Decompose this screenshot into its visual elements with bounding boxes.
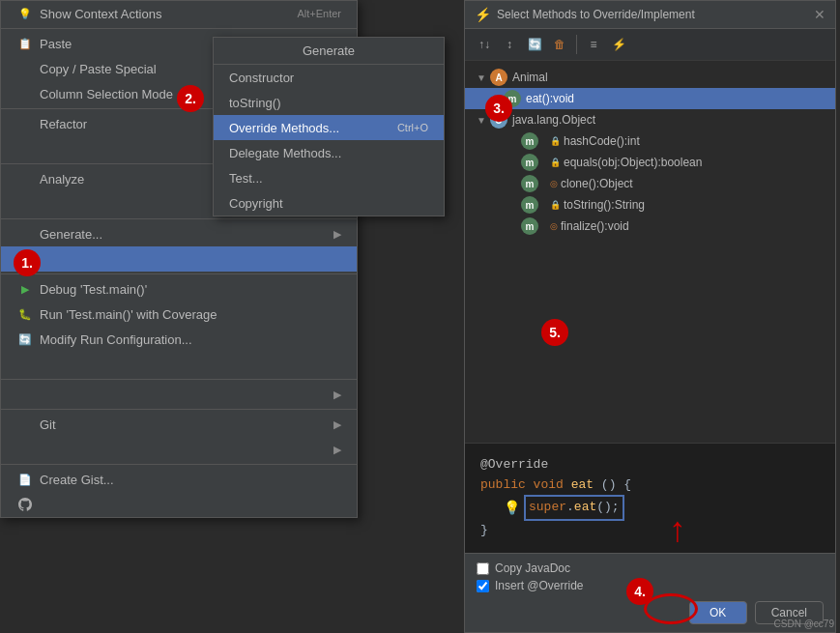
- dialog-toolbar: ↑↓ ↕ 🔄 🗑 ≡ ⚡: [465, 29, 835, 61]
- method-icon: m: [521, 217, 538, 235]
- tree-node-clone[interactable]: m ◎ clone():Object: [465, 173, 835, 194]
- menu-item-show-context-actions[interactable]: 💡 Show Context Actions Alt+Enter: [1, 1, 357, 26]
- menu-item-go-to[interactable]: Generate... ▶: [1, 221, 357, 246]
- dialog-title-text: Select Methods to Override/Implement: [497, 8, 695, 21]
- expand-button[interactable]: ⚡: [607, 33, 630, 56]
- code-preview: @Override public void eat () { 💡 super.e…: [465, 443, 835, 553]
- tree-node-equals-label: equals(obj:Object):boolean: [564, 156, 702, 169]
- insert-override-label: Insert @Override: [495, 579, 584, 592]
- menu-item-open-in[interactable]: ▶: [1, 382, 357, 407]
- annotation-label-1: 1.: [14, 249, 41, 276]
- submenu-generate: Generate Constructor toString() Override…: [213, 37, 445, 216]
- ok-button[interactable]: OK: [689, 601, 747, 624]
- lock-badge: 🔒: [547, 199, 564, 211]
- code-method-eat: eat: [571, 477, 594, 492]
- tree-node-equals[interactable]: m 🔒 equals(obj:Object):boolean: [465, 152, 835, 173]
- copy-javadoc-checkbox[interactable]: Copy JavaDoc: [477, 561, 824, 575]
- menu-item-run-coverage[interactable]: 🔄 Modify Run Configuration...: [1, 327, 357, 352]
- code-keyword-void: void: [534, 477, 571, 492]
- tree-node-tostring-label: toString():String: [564, 198, 645, 212]
- compare-icon: 📄: [16, 474, 34, 486]
- copy-javadoc-input[interactable]: [477, 562, 489, 575]
- code-line-annotation: @Override: [480, 455, 820, 475]
- override-implement-dialog: ⚡ Select Methods to Override/Implement ✕…: [464, 0, 836, 633]
- separator: [1, 28, 357, 29]
- debug-icon: 🐛: [16, 308, 34, 321]
- method-icon: m: [521, 196, 538, 214]
- tree-node-eat[interactable]: m eat():void: [465, 88, 835, 109]
- dialog-titlebar: ⚡ Select Methods to Override/Implement ✕: [465, 1, 835, 29]
- submenu-title: Generate: [214, 38, 444, 65]
- menu-item-run-test[interactable]: ▶ Debug 'Test.main()': [1, 276, 357, 302]
- tree-node-hashcode[interactable]: m 🔒 hashCode():int: [465, 130, 835, 152]
- paste-icon: 📋: [16, 38, 34, 50]
- separator: [1, 218, 357, 219]
- coverage-icon: 🔄: [16, 333, 34, 346]
- circle-badge: ◎: [547, 220, 561, 232]
- separator: [1, 273, 357, 274]
- menu-button[interactable]: ≡: [582, 33, 605, 56]
- refresh-button[interactable]: 🔄: [523, 33, 546, 56]
- code-super-call: super.eat();: [524, 495, 624, 521]
- dialog-title-icon: ⚡: [475, 7, 491, 22]
- code-brace-close: }: [480, 523, 488, 537]
- method-icon: m: [521, 132, 538, 150]
- bulb-icon: 💡: [504, 498, 520, 519]
- code-line-close: }: [480, 521, 820, 541]
- gist-icon: [16, 498, 34, 511]
- tree-node-eat-label: eat():void: [526, 92, 574, 105]
- tree-node-finalize-label: finalize():void: [561, 219, 629, 233]
- separator: [1, 464, 357, 465]
- annotation-label-4: 4.: [626, 578, 653, 605]
- lock-badge: 🔒: [547, 157, 564, 168]
- submenu-item-copyright[interactable]: Copyright: [214, 190, 444, 216]
- annotation-label-2: 2.: [177, 85, 204, 112]
- menu-item-modify-run[interactable]: [1, 352, 357, 377]
- expand-arrow: ▼: [477, 72, 490, 83]
- annotation-label-5: 5.: [541, 319, 568, 346]
- menu-item-debug-test[interactable]: 🐛 Run 'Test.main()' with Coverage: [1, 302, 357, 327]
- menu-item-local-history[interactable]: Git ▶: [1, 412, 357, 437]
- sort-desc-button[interactable]: ↕: [498, 33, 521, 56]
- tree-node-hashcode-label: hashCode():int: [564, 134, 640, 148]
- submenu-item-override-methods[interactable]: Override Methods... Ctrl+O: [214, 115, 444, 140]
- tree-node-animal[interactable]: ▼ A Animal: [465, 67, 835, 88]
- submenu-item-constructor[interactable]: Constructor: [214, 65, 444, 90]
- separator: [1, 379, 357, 380]
- submenu-item-test[interactable]: Test...: [214, 165, 444, 190]
- code-line-method: public void eat () {: [480, 475, 820, 496]
- insert-override-input[interactable]: [477, 580, 489, 592]
- delete-button[interactable]: 🗑: [548, 33, 571, 56]
- code-line-super: 💡 super.eat();: [480, 495, 820, 521]
- separator: [1, 409, 357, 410]
- copy-javadoc-label: Copy JavaDoc: [495, 561, 570, 575]
- footer-buttons: OK Cancel: [477, 601, 824, 624]
- tree-node-tostring[interactable]: m 🔒 toString():String: [465, 194, 835, 216]
- dialog-title-container: ⚡ Select Methods to Override/Implement: [475, 7, 695, 22]
- menu-item-generate[interactable]: [1, 246, 357, 272]
- sort-asc-button[interactable]: ↑↓: [473, 33, 496, 56]
- method-tree: ▼ A Animal m eat():void ▼ O java.lang.Ob…: [465, 61, 835, 443]
- submenu-item-tostring[interactable]: toString(): [214, 90, 444, 115]
- code-paren: () {: [601, 477, 631, 492]
- method-icon: m: [521, 154, 538, 171]
- watermark: CSDN @cc79: [774, 619, 834, 629]
- class-icon: A: [490, 69, 507, 86]
- tree-node-object[interactable]: ▼ O java.lang.Object: [465, 109, 835, 130]
- code-annotation-text: @Override: [480, 457, 548, 472]
- tree-node-finalize[interactable]: m ◎ finalize():void: [465, 216, 835, 237]
- tree-node-animal-label: Animal: [512, 71, 548, 84]
- dialog-close-button[interactable]: ✕: [814, 7, 826, 22]
- tree-node-clone-label: clone():Object: [561, 177, 633, 190]
- tree-node-object-label: java.lang.Object: [512, 113, 595, 127]
- menu-item-compare-clipboard[interactable]: 📄 Create Gist...: [1, 467, 357, 492]
- menu-item-git[interactable]: ▶: [1, 437, 357, 462]
- menu-item-create-gist[interactable]: [1, 492, 357, 517]
- submenu-item-delegate-methods[interactable]: Delegate Methods...: [214, 140, 444, 165]
- lock-badge: 🔒: [547, 135, 564, 147]
- code-keyword-public: public: [480, 477, 534, 492]
- annotation-label-3: 3.: [485, 95, 512, 122]
- run-icon: ▶: [16, 283, 34, 296]
- lightbulb-icon: 💡: [16, 8, 34, 20]
- method-icon: m: [521, 175, 538, 192]
